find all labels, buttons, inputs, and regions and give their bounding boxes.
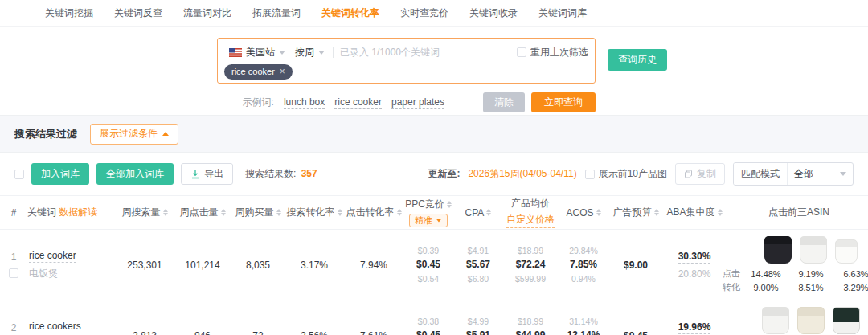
asin-product-image[interactable] — [762, 307, 789, 334]
remove-tag-icon[interactable]: × — [280, 67, 285, 76]
asin-product-image[interactable] — [797, 307, 825, 334]
ppc-match-type-select[interactable]: 精准 — [409, 214, 448, 227]
sort-icon[interactable] — [397, 209, 402, 216]
sort-icon[interactable] — [221, 209, 226, 216]
sort-icon[interactable] — [163, 209, 168, 216]
tab-traffic-word-compare[interactable]: 流量词对比 — [183, 6, 231, 20]
top3-asin-panel: 点击 14.48% 9.19% 6.63% 转化 9.00% 8.51% 3.2… — [728, 236, 868, 293]
ppc-bid-range: $0.39 $0.45 $0.54 — [405, 244, 452, 285]
sort-icon[interactable] — [596, 209, 601, 216]
ppc-low: $0.39 — [405, 244, 452, 257]
table-row: 2 rice cookers 电饭煲 2,813 946 72 2.56% 7.… — [0, 300, 868, 335]
ppc-mid: $0.45 — [405, 328, 452, 335]
data-insight-link[interactable]: 数据解读 — [59, 206, 97, 219]
show-top10-checkbox[interactable] — [585, 170, 595, 179]
export-button[interactable]: 导出 — [181, 163, 233, 185]
price-mid: $44.99 — [505, 328, 556, 335]
acos-mid: 7.85% — [559, 257, 608, 272]
col-ppc-bid: PPC竞价 — [405, 198, 444, 211]
example-link-lunch-box[interactable]: lunch box — [284, 96, 325, 109]
example-link-rice-cooker[interactable]: rice cooker — [334, 96, 382, 109]
asin-conversion-rate: 3.29% — [833, 283, 868, 292]
sort-icon[interactable] — [276, 209, 281, 216]
tab-keyword-lexicon[interactable]: 关键词词库 — [538, 6, 587, 20]
asin-conversion-rate: 9.00% — [743, 283, 788, 292]
asin-click-rate: 9.19% — [788, 269, 833, 279]
aba-concentration-top: 30.30% — [678, 251, 711, 264]
reuse-last-filter-checkbox[interactable] — [517, 47, 526, 57]
period-select-value: 按周 — [295, 46, 314, 59]
week-search-volume: 2,813 — [116, 300, 174, 335]
keyword-results-table: # 关键词 数据解读 周搜索量 周点击量 周购买量 搜索转化率 点击转化率 PP… — [0, 195, 868, 335]
acos-low: 29.84% — [559, 244, 608, 257]
query-now-button[interactable]: 立即查询 — [531, 92, 596, 112]
tab-expand-traffic-words[interactable]: 拓展流量词 — [252, 6, 301, 20]
asin-product-image[interactable] — [835, 239, 858, 264]
table-header-row: # 关键词 数据解读 周搜索量 周点击量 周购买量 搜索转化率 点击转化率 PP… — [0, 196, 868, 230]
updated-to-label: 更新至: — [428, 167, 460, 181]
col-index: # — [11, 207, 17, 219]
custom-price-link[interactable]: 自定义价格 — [506, 213, 555, 228]
tab-keyword-mining[interactable]: 关键词挖掘 — [45, 6, 93, 20]
examples-label: 示例词: — [243, 96, 274, 109]
sort-icon[interactable] — [486, 209, 491, 216]
click-cvr: 7.61% — [344, 300, 403, 335]
acos-high: 0.94% — [559, 272, 608, 285]
query-history-button[interactable]: 查询历史 — [608, 49, 667, 71]
download-icon — [190, 170, 200, 179]
week-purchases: 72 — [231, 300, 285, 335]
col-search-cvr: 搜索转化率 — [287, 206, 335, 219]
tab-keyword-indexing[interactable]: 关键词收录 — [469, 6, 518, 20]
example-words-row: 示例词: lunch box rice cooker paper plates … — [217, 92, 596, 112]
keyword-link[interactable]: rice cooker — [29, 250, 76, 263]
ad-budget: $9.45 — [624, 330, 648, 335]
sort-icon[interactable] — [654, 209, 659, 216]
add-to-lexicon-button[interactable]: 加入词库 — [31, 163, 89, 185]
search-cvr: 3.17% — [285, 230, 344, 300]
row-checkbox[interactable] — [9, 268, 18, 278]
aba-concentration-bottom: 20.80% — [664, 268, 725, 280]
asin-click-label: 点击 — [719, 268, 743, 280]
search-cvr: 2.56% — [285, 300, 344, 335]
clear-button[interactable]: 清除 — [483, 92, 525, 112]
asin-conversion-label: 转化 — [719, 281, 743, 293]
cpa-high: $6.80 — [455, 272, 502, 285]
table-row: 1 rice cooker 电饭煲 253,301 101,214 8,035 … — [0, 230, 868, 300]
col-keyword: 关键词 — [27, 206, 56, 218]
sort-icon[interactable] — [718, 209, 723, 216]
search-section: 美国站 按周 已录入 1/1000个关键词 重用上次筛选 rice cooker… — [0, 27, 868, 115]
sort-icon[interactable] — [447, 201, 452, 208]
price-range: $18.99 $72.24 $599.99 — [505, 244, 556, 285]
asin-product-image[interactable] — [764, 236, 792, 264]
show-top10-label: 展示前10产品图 — [599, 167, 667, 181]
keyword-link[interactable]: rice cookers — [29, 321, 81, 333]
site-select[interactable]: 美国站 — [224, 46, 290, 59]
select-all-checkbox[interactable] — [14, 170, 24, 179]
asin-product-image[interactable] — [833, 307, 860, 334]
reuse-last-filter-label: 重用上次筛选 — [530, 46, 588, 59]
show-filter-conditions-button[interactable]: 展示过滤条件 — [90, 124, 178, 145]
example-link-paper-plates[interactable]: paper plates — [391, 96, 444, 109]
chevron-down-icon — [840, 172, 846, 176]
col-week-clicks: 周点击量 — [180, 206, 219, 219]
top3-asin-panel: 点击 6.82% 6.82% 6.32% 转化 4.82% 0.00% 1.20… — [728, 307, 868, 335]
period-select[interactable]: 按周 — [290, 46, 330, 59]
tab-keyword-conversion-rate[interactable]: 关键词转化率 — [321, 6, 379, 20]
aba-concentration-top: 19.96% — [678, 321, 711, 334]
keyword-input-hint[interactable]: 已录入 1/1000个关键词 — [340, 46, 517, 59]
show-top10-product-images-option[interactable]: 展示前10产品图 — [585, 167, 667, 181]
add-all-to-lexicon-button[interactable]: 全部加入词库 — [96, 163, 174, 185]
reuse-last-filter-option[interactable]: 重用上次筛选 — [517, 46, 588, 59]
asin-product-image[interactable] — [800, 236, 827, 264]
price-low: $18.99 — [505, 315, 556, 328]
match-mode-select[interactable]: 匹配模式 全部 — [733, 162, 854, 186]
tab-realtime-bid-check[interactable]: 实时查竞价 — [400, 6, 448, 20]
top-tab-bar: 关键词挖掘 关键词反查 流量词对比 拓展流量词 关键词转化率 实时查竞价 关键词… — [0, 0, 868, 27]
copy-button[interactable]: 复制 — [675, 163, 725, 185]
acos-mid: 13.14% — [559, 328, 608, 335]
sort-icon[interactable] — [338, 209, 342, 216]
price-mid: $72.24 — [505, 257, 556, 272]
chevron-down-icon — [279, 51, 285, 55]
keyword-tag[interactable]: rice cooker × — [224, 64, 293, 80]
tab-reverse-asin-lookup[interactable]: 关键词反查 — [114, 6, 162, 20]
